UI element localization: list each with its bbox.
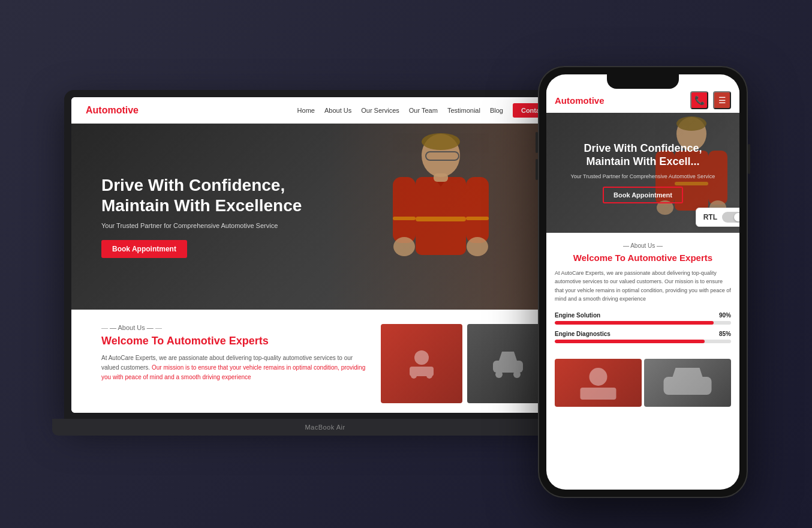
book-appointment-button[interactable]: Book Appointment: [101, 240, 187, 258]
svg-rect-12: [434, 173, 448, 182]
progress-section: Engine Solution 90% Engine Diagnostics 8…: [555, 312, 731, 343]
svg-point-16: [426, 373, 432, 379]
about-text: — — About Us — — Welcome To Automotive E…: [101, 324, 366, 403]
about-image-1: [381, 324, 462, 403]
svg-point-15: [411, 373, 417, 379]
progress-label-1: Engine Diagnostics: [555, 331, 610, 337]
progress-row-0: Engine Solution 90%: [555, 312, 731, 325]
phone-screen: Automotive 📞 ☰: [546, 74, 739, 490]
rtl-toggle-switch[interactable]: [722, 212, 739, 223]
svg-point-19: [495, 371, 503, 378]
phone-about-body: At AutoCare Experts, we are passionate a…: [555, 269, 731, 304]
phone-book-appointment-button[interactable]: Book Appointment: [603, 187, 683, 203]
progress-bar-bg-0: [555, 321, 731, 325]
nav-testimonial[interactable]: Testimonial: [447, 107, 480, 114]
site-nav: Automotive Home About Us Our Services Ou…: [71, 97, 579, 124]
phone-about-title: Welcome To Automotive Experts: [555, 253, 731, 263]
phone-hero-title: Drive With Confidence, Maintain With Exc…: [571, 142, 715, 168]
svg-point-11: [467, 237, 488, 256]
hero-title: Drive With Confidence, Maintain With Exc…: [101, 175, 302, 215]
phone-image-2: [644, 359, 731, 407]
svg-rect-3: [416, 177, 466, 255]
phone-call-button[interactable]: 📞: [690, 91, 708, 109]
phone-image-1: [555, 359, 642, 407]
progress-bar-bg-1: [555, 340, 731, 343]
phone-menu-button[interactable]: ☰: [713, 91, 731, 109]
phone-bottom-images: [546, 359, 739, 407]
phone-device: Automotive 📞 ☰: [538, 66, 748, 498]
about-section-label: — — About Us — —: [101, 324, 366, 331]
hero-content: Drive With Confidence, Maintain With Exc…: [101, 175, 302, 257]
nav-team[interactable]: Our Team: [409, 107, 438, 114]
site-logo: Automotive: [86, 105, 139, 116]
laptop-screen: Automotive Home About Us Our Services Ou…: [71, 97, 579, 413]
about-body: At AutoCare Experts, we are passionate a…: [101, 353, 366, 382]
svg-point-2: [422, 133, 460, 150]
svg-rect-5: [393, 177, 416, 243]
phone-icon: 📞: [694, 95, 705, 105]
svg-rect-8: [393, 217, 416, 220]
about-images: [381, 324, 549, 403]
laptop-base: MacBook Air: [52, 419, 598, 436]
progress-label-0: Engine Solution: [555, 312, 600, 319]
nav-blog[interactable]: Blog: [490, 107, 503, 114]
phone-about-label: — About Us —: [555, 242, 731, 249]
hero-person-image: [327, 124, 555, 310]
phone-nav: Automotive 📞 ☰: [546, 88, 739, 113]
svg-rect-31: [664, 377, 712, 395]
svg-point-10: [393, 237, 415, 256]
rtl-label: RTL: [703, 213, 717, 221]
svg-point-20: [513, 371, 521, 378]
progress-value-0: 90%: [719, 312, 731, 319]
hero-subtitle: Your Trusted Partner for Comprehensive A…: [101, 222, 302, 229]
nav-services[interactable]: Our Services: [361, 107, 399, 114]
svg-point-13: [414, 350, 429, 365]
phone-hero-subtitle: Your Trusted Partner for Comprehensive A…: [571, 173, 715, 179]
progress-value-1: 85%: [719, 331, 731, 337]
nav-home[interactable]: Home: [297, 107, 315, 114]
svg-rect-6: [466, 177, 489, 243]
svg-point-29: [590, 368, 608, 386]
phone-site-logo: Automotive: [555, 95, 690, 106]
phone-side-power: [748, 144, 750, 174]
phone-side-vol-up: [536, 132, 538, 153]
hamburger-icon: ☰: [718, 95, 726, 105]
progress-row-1: Engine Diagnostics 85%: [555, 331, 731, 343]
phone-side-vol-down: [536, 159, 538, 180]
progress-bar-fill-0: [555, 321, 714, 325]
nav-about[interactable]: About Us: [324, 107, 351, 114]
rtl-toggle-overlay[interactable]: RTL: [696, 208, 739, 227]
laptop-device: Automotive Home About Us Our Services Ou…: [64, 90, 586, 438]
site-about-section: — — About Us — — Welcome To Automotive E…: [71, 310, 579, 413]
svg-rect-17: [493, 361, 523, 373]
svg-point-22: [676, 116, 706, 131]
phone-nav-icons: 📞 ☰: [690, 91, 731, 109]
toggle-knob: [734, 213, 739, 221]
phone-body: Automotive 📞 ☰: [538, 66, 748, 498]
laptop-body: Automotive Home About Us Our Services Ou…: [64, 90, 586, 420]
phone-hero-content: Drive With Confidence, Maintain With Exc…: [571, 142, 715, 203]
svg-marker-18: [499, 352, 517, 361]
svg-rect-7: [416, 217, 466, 221]
nav-links: Home About Us Our Services Our Team Test…: [297, 107, 503, 114]
about-image-2: [467, 324, 549, 403]
site-hero: Drive With Confidence, Maintain With Exc…: [71, 124, 579, 310]
svg-rect-30: [581, 388, 616, 400]
progress-bar-fill-1: [555, 340, 705, 343]
phone-about-section: — About Us — Welcome To Automotive Exper…: [546, 233, 739, 359]
svg-marker-32: [673, 368, 703, 377]
svg-rect-9: [466, 217, 489, 220]
phone-notch: [607, 74, 679, 89]
about-title: Welcome To Automotive Experts: [101, 335, 366, 347]
laptop-model-label: MacBook Air: [305, 424, 345, 431]
